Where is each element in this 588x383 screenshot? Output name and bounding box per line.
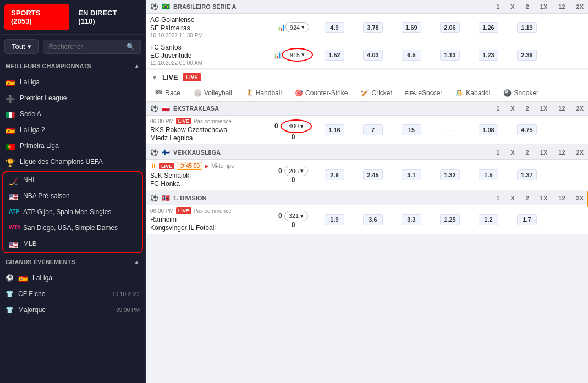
sidebar-item-premier-league[interactable]: ➕ Premier League — [0, 90, 145, 106]
odds-12: 1.5 — [469, 169, 508, 180]
odds-2x-button[interactable]: 1.37 — [517, 169, 537, 180]
chevron-down-icon: ▾ — [300, 167, 304, 174]
tab-kabaddi[interactable]: 🤼 Kabaddi — [449, 85, 497, 101]
odds-2-button[interactable]: 1.69 — [402, 22, 421, 33]
odds-1x-button[interactable]: 1.32 — [440, 169, 460, 180]
odds-2x-button[interactable]: 1.19 — [517, 22, 537, 33]
bet-count-button[interactable]: 321 ▾ — [284, 211, 308, 221]
meilleurs-section-title: MEILLEURS CHAMPIONNATS ▲ — [0, 58, 145, 74]
grands-item-laliga[interactable]: ⚽ 🇪🇸 LaLiga — [0, 270, 145, 286]
match-date: 10.10.2022 11:30 PM — [150, 32, 271, 39]
odds-1x: 2.06 — [431, 22, 469, 33]
volleyball-icon: 🏐 — [194, 89, 202, 97]
chevron-up-icon: ▲ — [134, 259, 140, 265]
tout-button[interactable]: Tout ▾ — [4, 39, 39, 54]
veikkausliiga-section: ⚽ 🇫🇮 VEIKKAUSLIIGA 1 X 2 1X 12 2X ⏸ LIVE… — [146, 146, 588, 190]
sidebar-item-champions[interactable]: 🏆 Ligue des Champions UEFA — [0, 154, 145, 170]
soccer-icon: ⚽ — [150, 3, 158, 10]
odds-x-button[interactable]: 3.78 — [363, 22, 383, 33]
odds-2-button[interactable]: 15 — [402, 124, 421, 135]
team1-name: Ranheim — [150, 216, 271, 223]
odds-12-button[interactable]: 1.5 — [479, 169, 498, 180]
sidebar-item-atp[interactable]: ATP ATP Gijon, Spain Men Singles — [3, 204, 142, 220]
sidebar: SPORTS (2053) EN DIRECT (110) Tout ▾ 🔍 M… — [0, 0, 146, 383]
cricket-icon: 🏏 — [361, 89, 369, 97]
sidebar-item-label: LaLiga 2 — [20, 126, 45, 134]
search-box[interactable]: 🔍 — [43, 40, 141, 54]
chevron-down-icon: ▾ — [28, 42, 31, 51]
odds-2-button[interactable]: 3.1 — [402, 169, 421, 180]
odds-2-button[interactable]: 3.3 — [402, 214, 421, 225]
odds-1x-button[interactable]: 1.25 — [440, 214, 460, 225]
odds-1x-button[interactable]: 1.13 — [440, 50, 460, 61]
bet-count-button[interactable]: 915 ▾ — [286, 50, 309, 59]
odds-2x: 2.36 — [508, 50, 546, 61]
odds-12-button[interactable]: 1.23 — [479, 50, 498, 61]
tab-handball[interactable]: 🤾 Handball — [239, 85, 288, 101]
odds-1-button[interactable]: 1.16 — [325, 124, 344, 135]
soccer-icon: ⚽ — [150, 194, 158, 202]
odds-x-button[interactable]: 3.6 — [363, 214, 383, 225]
sidebar-item-serie-a[interactable]: 🇮🇹 Serie A — [0, 106, 145, 122]
sidebar-item-primeira-liga[interactable]: 🇵🇹 Primeira Liga — [0, 138, 145, 154]
odds-1-button[interactable]: 2.9 — [325, 169, 344, 180]
odds-1x: 1.32 — [431, 169, 469, 180]
sidebar-item-mlb[interactable]: 🇺🇸 MLB — [3, 236, 142, 252]
odds-2x-button[interactable]: 2.36 — [517, 50, 537, 61]
ekstraklasa-league-name: EKSTRAKLASA — [173, 105, 219, 112]
grands-item-cf-elche[interactable]: 👕 CF Elche 10.10.2022 — [0, 286, 145, 302]
tab-esoccer[interactable]: FIFA eSoccer — [399, 85, 449, 101]
odds-2: 3.3 — [392, 214, 431, 225]
tab-volleyball[interactable]: 🏐 Volleyball — [187, 85, 239, 101]
odds-1x: 1.25 — [431, 214, 469, 225]
sidebar-item-wta[interactable]: WTA San Diego, USA, Simple Dames — [3, 220, 142, 236]
odds-x-button[interactable]: 2.45 — [363, 169, 383, 180]
match-info: FC Santos EC Juventude 11.10.2022 01:00 … — [150, 43, 271, 66]
chevron-down-icon: ▾ — [301, 24, 305, 31]
team2-name: Kongsvinger IL Fotball — [150, 224, 271, 232]
odds-1-button[interactable]: 1.52 — [325, 50, 344, 61]
sidebar-item-label: Serie A — [20, 110, 41, 118]
match-date: 11.10.2022 01:00 AM — [150, 60, 271, 66]
odds-x: 2.45 — [354, 169, 392, 180]
sidebar-item-laliga2[interactable]: 🇪🇸 LaLiga 2 — [0, 122, 145, 138]
odds-12-button[interactable]: 1.2 — [479, 214, 498, 225]
odds-1-button[interactable]: 4.9 — [325, 22, 344, 33]
odds-1x-button[interactable]: 2.06 — [440, 22, 460, 33]
flag-icon: 🇺🇸 — [9, 193, 19, 200]
grands-item-label: LaLiga — [32, 274, 52, 282]
odds-2x-button[interactable]: 4.75 — [517, 124, 537, 135]
odds-2-button[interactable]: 6.5 — [402, 50, 421, 61]
en-direct-badge[interactable]: EN DIRECT (110) — [73, 6, 141, 29]
meilleurs-list: 🇪🇸 LaLiga ➕ Premier League 🇮🇹 Serie A 🇪🇸… — [0, 74, 145, 170]
odds-12-button[interactable]: 1.26 — [479, 22, 498, 33]
grands-item-majorque[interactable]: 👕 Majorque 09:00 PM — [0, 302, 145, 318]
sidebar-item-nba[interactable]: 🇺🇸 NBA Pré-saison — [3, 188, 142, 204]
tab-cricket[interactable]: 🏏 Cricket — [354, 85, 398, 101]
bet-count-button[interactable]: 400 ▾ — [285, 122, 307, 131]
odds-x-button[interactable]: 4.03 — [363, 50, 383, 61]
odds-x: 3.6 — [354, 214, 392, 225]
sports-badge[interactable]: SPORTS (2053) — [4, 4, 69, 30]
bet-count-button[interactable]: 924 ▾ — [285, 22, 309, 32]
odds-x-button[interactable]: 7 — [363, 124, 383, 135]
sidebar-item-label: ATP Gijon, Spain Men Singles — [23, 208, 111, 216]
team2-name: EC Juventude — [150, 52, 271, 59]
odds-x: 7 — [354, 124, 392, 135]
odds-2x-button[interactable]: 1.7 — [517, 214, 537, 225]
tab-counter-strike[interactable]: 🎯 Counter-Strike — [288, 85, 354, 101]
circled-sports-section: 🏒 NHL 🇺🇸 NBA Pré-saison ATP ATP Gijon, S… — [2, 171, 143, 253]
odds-1-button[interactable]: 1.9 — [325, 214, 344, 225]
tab-race[interactable]: 🏁 Race — [148, 85, 187, 101]
soccer-icon: ⚽ — [150, 105, 158, 112]
score-bet-cell: 0 321 ▾ 0 — [271, 211, 315, 229]
odds-12-button[interactable]: 1.08 — [479, 124, 498, 135]
tab-snooker[interactable]: 🎱 Snooker — [497, 85, 545, 101]
sidebar-item-laliga[interactable]: 🇪🇸 LaLiga — [0, 74, 145, 90]
odds-2: 1.69 — [392, 22, 431, 33]
timer-badge: ⏱ 45:00 — [177, 162, 202, 170]
col-2-header: 2 — [526, 3, 529, 10]
sidebar-item-nhl[interactable]: 🏒 NHL — [3, 172, 142, 188]
bet-count-button[interactable]: 206 ▾ — [284, 166, 308, 176]
search-input[interactable] — [49, 43, 123, 51]
